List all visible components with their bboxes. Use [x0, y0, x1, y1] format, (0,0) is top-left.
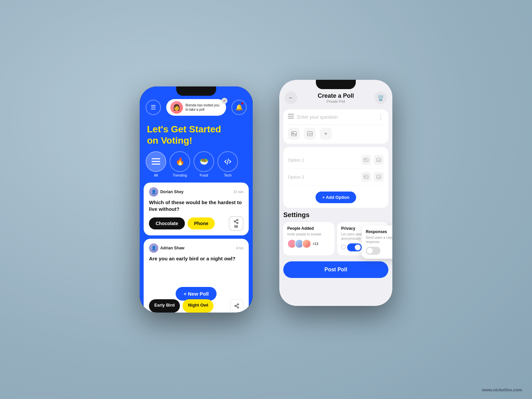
category-food-icon: 🥗: [194, 151, 214, 172]
poll-2-share-button[interactable]: [230, 299, 243, 313]
responses-title: Responses: [366, 229, 392, 234]
question-card: Enter your question ⋮ GIF +: [283, 109, 388, 144]
poll-1-share-count: 56: [234, 225, 238, 228]
question-media-row: GIF +: [288, 125, 384, 140]
svg-line-6: [235, 222, 237, 223]
poll-1-time: 23 min: [233, 190, 243, 194]
poll-card-1: 👤 Dorian Shey 23 min Which of these woul…: [144, 183, 249, 235]
add-option-button[interactable]: + Add Option: [316, 192, 356, 203]
notification-close[interactable]: ✕: [221, 98, 227, 104]
right-content: ← Create a Poll Private Poll 🗑️ Enter yo…: [279, 80, 392, 306]
category-row: All 🔥 Trending 🥗 Food Tech: [140, 151, 253, 177]
svg-rect-13: [288, 114, 294, 115]
option-2-gif-btn[interactable]: GIF: [374, 172, 384, 182]
category-tech-label: Tech: [224, 173, 231, 177]
poll-card-2-header: 👤 Adrian Shaw 4 hrs: [149, 243, 243, 253]
bell-button[interactable]: 🔔: [231, 100, 247, 115]
category-tech[interactable]: Tech: [217, 151, 238, 177]
poll-card-1-header: 👤 Dorian Shey 23 min: [149, 187, 243, 197]
category-trending-label: Trending: [173, 173, 187, 177]
svg-point-9: [235, 305, 236, 307]
notification-text: Brenda has invited you to take a poll: [186, 103, 222, 112]
bell-notification-dot: [241, 102, 244, 105]
svg-line-12: [236, 305, 238, 306]
svg-text:GIF: GIF: [377, 176, 381, 178]
hero-title: Let's Get Started on Voting!: [147, 124, 245, 146]
option-1-image-btn[interactable]: [361, 155, 371, 165]
category-tech-icon: [217, 151, 238, 172]
post-poll-button[interactable]: Post Poll: [283, 261, 388, 278]
category-trending[interactable]: 🔥 Trending: [170, 151, 190, 177]
svg-rect-1: [152, 161, 160, 162]
svg-point-10: [237, 307, 239, 308]
poll-2-option2[interactable]: Night Owl: [183, 299, 213, 313]
people-added-title: People Added: [287, 226, 331, 231]
people-added-card: People Added Invite people to answer +13: [283, 222, 334, 255]
question-input-row: Enter your question ⋮: [288, 113, 384, 121]
right-phone-screen: ← Create a Poll Private Poll 🗑️ Enter yo…: [279, 80, 392, 306]
svg-point-4: [234, 221, 235, 222]
more-options-icon[interactable]: ⋮: [378, 113, 384, 121]
back-button[interactable]: ←: [285, 91, 297, 104]
responses-desc: Send users a copy of response: [366, 235, 392, 244]
privacy-icon: [341, 244, 346, 251]
notification-banner[interactable]: 👩 Brenda has invited you to take a poll …: [166, 99, 226, 116]
question-input[interactable]: Enter your question: [297, 114, 374, 120]
watermark: www.nickelfox.com: [482, 387, 522, 392]
new-poll-button[interactable]: + New Poll: [176, 287, 216, 301]
poll-2-avatar: 👤: [149, 243, 158, 253]
poll-2-option1[interactable]: Early Bird: [149, 299, 180, 313]
brenda-avatar: 👩: [170, 101, 183, 114]
left-phone: ☰ 👩 Brenda has invited you to take a pol…: [140, 86, 253, 313]
svg-text:GIF: GIF: [377, 159, 381, 161]
svg-rect-14: [288, 116, 294, 117]
poll-subtitle: Private Poll: [318, 99, 354, 103]
settings-title: Settings: [283, 211, 388, 219]
svg-point-3: [237, 219, 238, 220]
option-1-gif-btn[interactable]: GIF: [374, 155, 384, 165]
responses-toggle[interactable]: [366, 247, 380, 255]
options-card: Option 1 GIF Option 2 GIF: [283, 147, 388, 208]
poll-1-share-button[interactable]: 56: [229, 216, 243, 231]
category-all-label: All: [154, 173, 158, 177]
hero-section: Let's Get Started on Voting!: [140, 116, 253, 151]
create-poll-title: Create a Poll: [318, 92, 354, 99]
share-icon-2: [234, 303, 239, 309]
settings-section: Settings People Added Invite people to a…: [279, 211, 392, 259]
right-phone-notch: [316, 80, 356, 89]
poll-2-question: Are you an early bird or a night owl?: [149, 255, 243, 262]
svg-line-11: [236, 306, 238, 307]
share-icon: [233, 219, 239, 224]
option-2-image-btn[interactable]: [361, 172, 371, 182]
svg-point-5: [237, 222, 238, 223]
left-phone-screen: ☰ 👩 Brenda has invited you to take a pol…: [140, 86, 253, 313]
poll-1-option1[interactable]: Chocolate: [149, 217, 185, 229]
category-all-icon: [146, 151, 166, 172]
svg-rect-2: [152, 164, 160, 165]
add-gif-button[interactable]: GIF: [304, 128, 316, 140]
add-more-button[interactable]: +: [320, 128, 332, 140]
poll-1-username: Dorian Shey: [160, 190, 184, 194]
poll-2-time: 4 hrs: [236, 246, 243, 250]
svg-rect-15: [288, 118, 294, 119]
menu-button[interactable]: ☰: [146, 100, 161, 115]
people-avatars: +13: [287, 239, 331, 248]
poll-2-user: 👤 Adrian Shaw: [149, 243, 185, 253]
option-2-label[interactable]: Option 2: [288, 175, 358, 180]
settings-cards: People Added Invite people to answer +13…: [283, 222, 388, 255]
menu-icon: ☰: [151, 104, 156, 111]
privacy-toggle[interactable]: [347, 243, 362, 251]
delete-button[interactable]: 🗑️: [374, 91, 387, 104]
responses-card: Responses Send users a copy of response: [362, 225, 392, 259]
option-1-row: Option 1 GIF: [288, 152, 384, 169]
category-all[interactable]: All: [146, 151, 166, 177]
phone-notch: [176, 86, 216, 96]
header-title-section: Create a Poll Private Poll: [318, 92, 354, 103]
add-image-button[interactable]: [288, 128, 300, 140]
poll-1-option2[interactable]: Phone: [188, 217, 215, 229]
category-food[interactable]: 🥗 Food: [194, 151, 214, 177]
option-1-label[interactable]: Option 1: [288, 158, 358, 163]
poll-card-2: 👤 Adrian Shaw 4 hrs Are you an early bir…: [144, 239, 249, 313]
poll-1-options: Chocolate Phone 56: [149, 216, 243, 231]
left-topbar: ☰ 👩 Brenda has invited you to take a pol…: [140, 99, 253, 116]
